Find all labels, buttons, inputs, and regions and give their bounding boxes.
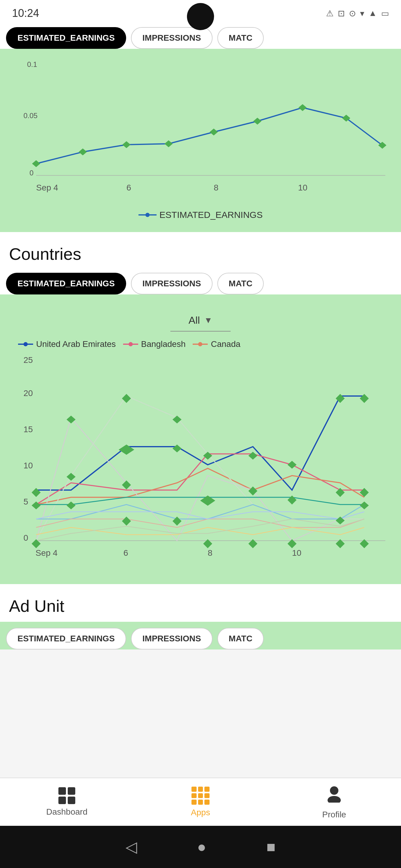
cdp13 bbox=[288, 461, 297, 469]
countries-tab-earnings[interactable]: ESTIMATED_EARNINGS bbox=[6, 273, 126, 294]
cdp30 bbox=[122, 480, 131, 490]
cx-sep4: Sep 4 bbox=[36, 548, 58, 558]
status-time: 10:24 bbox=[12, 7, 39, 20]
cx-10: 10 bbox=[292, 548, 301, 558]
countries-chart-area: All ▼ United Arab Emirates bbox=[0, 294, 401, 584]
bottom-nav: Dashboard Apps bbox=[0, 778, 401, 826]
uae-line bbox=[36, 396, 364, 490]
ad-unit-heading: Ad Unit bbox=[0, 584, 401, 622]
cdp9 bbox=[203, 452, 212, 460]
cdp22 bbox=[67, 501, 75, 509]
svg-point-4 bbox=[24, 342, 28, 346]
back-button[interactable]: ◁ bbox=[126, 838, 137, 856]
cdp8 bbox=[172, 444, 181, 453]
cdp11 bbox=[248, 452, 257, 460]
apps-icon bbox=[192, 786, 209, 805]
nav-item-profile[interactable]: Profile bbox=[267, 778, 401, 826]
svg-point-8 bbox=[198, 342, 202, 346]
recent-button[interactable]: ■ bbox=[266, 838, 275, 856]
signal-icon: ▲ bbox=[368, 8, 377, 18]
battery-icon: ▭ bbox=[381, 8, 389, 19]
dp2 bbox=[79, 149, 87, 155]
countries-tab-impressions[interactable]: IMPRESSIONS bbox=[131, 273, 212, 294]
cdp5 bbox=[122, 394, 131, 403]
cdp29 bbox=[360, 501, 369, 509]
adunit-tabs-row: ESTIMATED_EARNINGS IMPRESSIONS MATC bbox=[0, 622, 401, 650]
legend-bangladesh: Bangladesh bbox=[123, 339, 186, 349]
dp6 bbox=[254, 118, 261, 124]
x-label-6: 6 bbox=[127, 183, 131, 192]
legend-uae-label: United Arab Emirates bbox=[36, 339, 116, 349]
legend-bangladesh-line bbox=[123, 341, 138, 347]
estimated-earnings-chart: 0.1 0.05 0 Sep 4 6 8 10 bbox=[9, 58, 391, 203]
countries-tabs-row: ESTIMATED_EARNINGS IMPRESSIONS MATC bbox=[0, 270, 401, 294]
tab-match[interactable]: MATC bbox=[218, 27, 264, 49]
cy-15: 15 bbox=[24, 425, 33, 434]
main-content[interactable]: ESTIMATED_EARNINGS IMPRESSIONS MATC 0.1 … bbox=[0, 24, 401, 778]
adunit-tab-earnings[interactable]: ESTIMATED_EARNINGS bbox=[6, 628, 126, 650]
svg-point-6 bbox=[129, 342, 133, 346]
cy-25: 25 bbox=[24, 355, 33, 365]
ad-unit-section: Ad Unit ESTIMATED_EARNINGS IMPRESSIONS M… bbox=[0, 584, 401, 650]
teal-line bbox=[36, 497, 364, 504]
phone-screen: 10:24 ⚠ ⊡ ⊙ ▾ ▲ ▭ ESTIMATED_EARNINGS IMP… bbox=[0, 0, 401, 868]
x-label-8: 8 bbox=[214, 183, 219, 192]
svg-point-2 bbox=[145, 213, 149, 217]
cdp19 bbox=[360, 394, 369, 403]
dropdown-row: All ▼ bbox=[9, 304, 392, 335]
person-icon bbox=[325, 784, 343, 807]
legend-label-earnings: ESTIMATED_EARNINGS bbox=[160, 210, 263, 220]
sys-nav: ◁ ● ■ bbox=[0, 826, 401, 868]
cy-10: 10 bbox=[24, 461, 33, 470]
dropdown-label: All bbox=[189, 314, 200, 326]
record-icon: ⊙ bbox=[349, 8, 356, 19]
countries-legend: United Arab Emirates Bangladesh Canada bbox=[9, 335, 392, 354]
dp3 bbox=[123, 141, 130, 148]
alert-icon: ⚠ bbox=[326, 8, 334, 19]
legend-canada-label: Canada bbox=[211, 339, 240, 349]
dropdown-arrow-icon: ▼ bbox=[204, 315, 212, 325]
nav-label-profile: Profile bbox=[322, 810, 346, 819]
status-icons: ⚠ ⊡ ⊙ ▾ ▲ ▭ bbox=[326, 8, 389, 19]
earnings-line bbox=[36, 107, 382, 164]
screenshot-icon: ⊡ bbox=[338, 8, 345, 19]
legend-uae: United Arab Emirates bbox=[18, 339, 116, 349]
countries-tab-match[interactable]: MATC bbox=[218, 273, 264, 294]
legend-bangladesh-label: Bangladesh bbox=[141, 339, 186, 349]
wifi-icon: ▾ bbox=[360, 8, 364, 19]
adunit-tab-match[interactable]: MATC bbox=[218, 628, 264, 650]
svg-point-9 bbox=[330, 786, 338, 795]
all-dropdown[interactable]: All ▼ bbox=[170, 310, 231, 332]
legend-uae-line bbox=[18, 341, 33, 347]
cy-0: 0 bbox=[24, 533, 28, 542]
tab-estimated-earnings[interactable]: ESTIMATED_EARNINGS bbox=[6, 27, 126, 49]
dp1 bbox=[32, 160, 40, 167]
home-button[interactable]: ● bbox=[197, 838, 206, 856]
cdp2 bbox=[32, 488, 41, 497]
canada-line bbox=[36, 468, 364, 504]
legend-canada: Canada bbox=[193, 339, 240, 349]
cdp17 bbox=[336, 488, 345, 497]
estimated-earnings-chart-area: 0.1 0.05 0 Sep 4 6 8 10 bbox=[0, 49, 401, 232]
camera-notch bbox=[187, 3, 214, 30]
cx-8: 8 bbox=[208, 548, 212, 558]
nav-item-apps[interactable]: Apps bbox=[134, 778, 267, 826]
dp4 bbox=[165, 141, 172, 147]
y-label-01: 0.1 bbox=[27, 60, 37, 68]
nav-item-dashboard[interactable]: Dashboard bbox=[0, 778, 134, 826]
x-label-sep4: Sep 4 bbox=[36, 183, 58, 192]
nav-label-dashboard: Dashboard bbox=[46, 807, 88, 817]
svg-point-10 bbox=[328, 796, 341, 803]
cdp3 bbox=[67, 415, 75, 424]
countries-heading: Countries bbox=[0, 232, 401, 270]
cdp23 bbox=[122, 517, 131, 526]
estimated-earnings-legend: ESTIMATED_EARNINGS bbox=[9, 210, 392, 220]
legend-line-svg bbox=[138, 212, 157, 218]
dp5 bbox=[210, 129, 218, 135]
dp7 bbox=[299, 104, 306, 111]
countries-chart: 25 20 15 10 5 0 Sep 4 6 8 10 bbox=[9, 354, 391, 571]
cdp4 bbox=[67, 473, 75, 481]
tab-impressions[interactable]: IMPRESSIONS bbox=[131, 27, 212, 49]
adunit-tab-impressions[interactable]: IMPRESSIONS bbox=[131, 628, 212, 650]
other-line-3 bbox=[36, 519, 364, 527]
